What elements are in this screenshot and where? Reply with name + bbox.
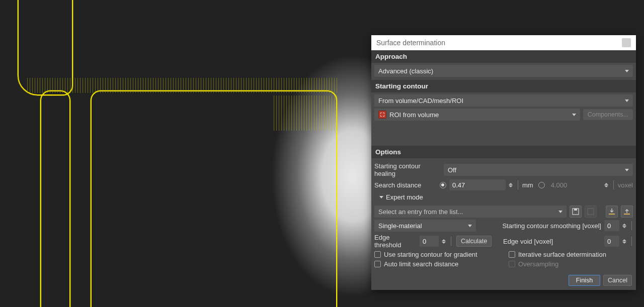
chevron-down-icon xyxy=(558,211,562,213)
use-gradient-label: Use starting contour for gradient xyxy=(384,251,477,258)
edge-void-label: Edge void [voxel] xyxy=(503,238,553,245)
iterative-label: Iterative surface determination xyxy=(518,251,633,258)
edge-threshold-spinner[interactable] xyxy=(442,239,447,244)
chevron-down-icon xyxy=(468,225,472,227)
oversampling-label: Oversampling xyxy=(518,260,633,268)
svg-rect-2 xyxy=(588,209,594,215)
use-gradient-checkbox[interactable] xyxy=(374,251,381,258)
starting-contour-source-dropdown[interactable]: From volume/CAD/mesh/ROI xyxy=(374,94,633,107)
divider xyxy=(451,237,451,246)
material-mode-value: Single-material xyxy=(378,222,422,230)
mm-unit: mm xyxy=(522,181,533,189)
divider xyxy=(518,180,518,189)
healing-value: Off xyxy=(448,166,456,174)
edge-threshold-label: Edge threshold xyxy=(374,234,417,249)
delete-preset-icon xyxy=(585,206,597,218)
edge-threshold-input[interactable] xyxy=(420,236,439,247)
approach-header: Approach xyxy=(371,50,636,63)
import-icon[interactable] xyxy=(606,206,618,218)
divider xyxy=(631,221,632,230)
voxel-spinner[interactable] xyxy=(604,183,609,187)
chevron-down-icon xyxy=(572,114,576,116)
approach-dropdown[interactable]: Advanced (classic) xyxy=(374,65,633,77)
chevron-down-icon xyxy=(379,196,383,198)
cancel-button[interactable]: Cancel xyxy=(603,275,632,286)
approach-value: Advanced (classic) xyxy=(378,67,433,75)
iterative-checkbox[interactable] xyxy=(509,251,515,258)
chevron-down-icon xyxy=(625,169,629,171)
surface-determination-dialog: Surface determination Approach Advanced … xyxy=(371,35,636,290)
options-header: Options xyxy=(371,146,636,158)
voxel-unit: voxel xyxy=(618,181,633,189)
expert-mode-toggle[interactable]: Expert mode xyxy=(374,190,633,204)
oversampling-checkbox xyxy=(509,261,515,267)
dialog-footer: Finish Cancel xyxy=(371,271,636,290)
close-icon[interactable] xyxy=(622,38,631,47)
expert-mode-label: Expert mode xyxy=(386,193,423,201)
dialog-title: Surface determination xyxy=(376,39,445,47)
components-button[interactable]: Components... xyxy=(583,109,633,120)
starting-contour-source-value: From volume/CAD/mesh/ROI xyxy=(378,97,463,105)
dialog-titlebar[interactable]: Surface determination xyxy=(371,35,636,50)
healing-dropdown[interactable]: Off xyxy=(444,164,633,176)
roi-dropdown[interactable]: ROI from volume xyxy=(374,109,580,121)
chevron-down-icon xyxy=(625,70,629,72)
svg-rect-1 xyxy=(574,209,577,211)
search-distance-label: Search distance xyxy=(374,181,437,189)
smoothing-input[interactable] xyxy=(604,220,619,231)
roi-value: ROI from volume xyxy=(389,111,439,119)
roi-icon xyxy=(378,111,386,119)
hatch-overlay xyxy=(272,95,337,131)
export-icon[interactable] xyxy=(621,206,633,218)
auto-limit-checkbox[interactable] xyxy=(374,261,381,267)
healing-label: Starting contour healing xyxy=(374,162,441,177)
contour-overlay xyxy=(40,90,70,307)
search-distance-voxel-radio[interactable] xyxy=(538,182,545,188)
mm-spinner[interactable] xyxy=(509,183,514,187)
smoothing-label: Starting contour smoothing [voxel] xyxy=(502,222,601,230)
divider xyxy=(631,237,632,246)
smoothing-spinner[interactable] xyxy=(622,224,627,228)
auto-limit-label: Auto limit search distance xyxy=(384,260,458,268)
edge-void-input[interactable] xyxy=(604,236,619,247)
edge-void-spinner[interactable] xyxy=(622,239,627,244)
search-distance-mm-radio[interactable] xyxy=(440,182,446,188)
material-mode-dropdown[interactable]: Single-material xyxy=(374,220,476,232)
entry-placeholder: Select an entry from the list... xyxy=(378,208,463,216)
hatch-overlay xyxy=(25,78,337,93)
calculate-button[interactable]: Calculate xyxy=(456,236,492,247)
entry-dropdown[interactable]: Select an entry from the list... xyxy=(374,206,567,218)
starting-contour-header: Starting contour xyxy=(371,80,636,92)
finish-button[interactable]: Finish xyxy=(569,275,600,286)
divider xyxy=(613,180,614,189)
save-preset-icon[interactable] xyxy=(570,206,582,218)
search-distance-voxel-input xyxy=(548,179,601,190)
search-distance-mm-input[interactable] xyxy=(449,179,506,190)
chevron-down-icon xyxy=(625,99,629,102)
